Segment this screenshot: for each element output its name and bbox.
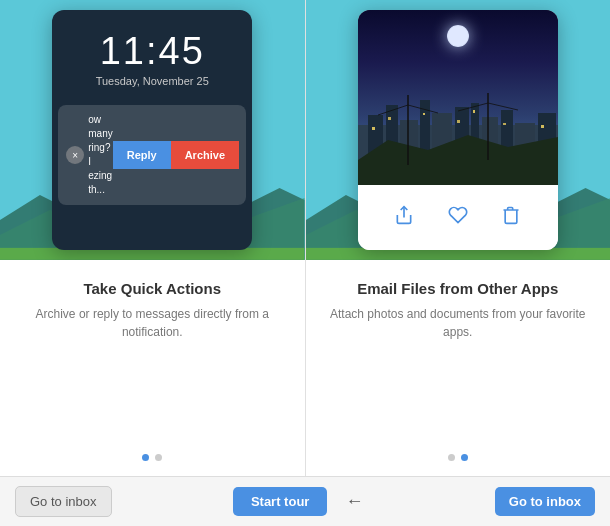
lock-date: Tuesday, November 25 [52, 75, 252, 87]
archive-button[interactable]: Archive [171, 141, 239, 169]
right-dot-2-active[interactable] [461, 454, 468, 461]
right-dots [306, 444, 611, 476]
svg-rect-20 [423, 113, 425, 115]
svg-line-31 [488, 103, 518, 110]
back-button[interactable]: ← [335, 486, 373, 517]
svg-rect-22 [473, 110, 475, 113]
left-description: Archive or reply to messages directly fr… [20, 305, 285, 341]
svg-rect-19 [388, 117, 391, 120]
notification-actions: Reply Archive [113, 141, 239, 169]
svg-rect-18 [372, 127, 375, 130]
left-panel: 11:45 Tuesday, November 25 × ow manyring… [0, 0, 306, 476]
go-to-inbox-right-button[interactable]: Go to inbox [495, 487, 595, 516]
go-to-inbox-left-button[interactable]: Go to inbox [15, 486, 112, 517]
lock-time: 11:45 [52, 30, 252, 73]
svg-rect-21 [457, 120, 460, 123]
right-info-area: Email Files from Other Apps Attach photo… [306, 260, 611, 444]
lockscreen-header: 11:45 Tuesday, November 25 [52, 10, 252, 97]
trash-icon[interactable] [501, 205, 521, 230]
bottom-bar: Go to inbox Start tour ← Go to inbox [0, 476, 610, 526]
notif-close-icon: × [66, 146, 84, 164]
dot-2[interactable] [155, 454, 162, 461]
city-silhouette [358, 85, 558, 185]
left-info-area: Take Quick Actions Archive or reply to m… [0, 260, 305, 444]
share-icon[interactable] [394, 205, 414, 230]
reply-button[interactable]: Reply [113, 141, 171, 169]
heart-icon[interactable] [448, 205, 468, 230]
dot-1-active[interactable] [142, 454, 149, 461]
svg-rect-23 [503, 123, 506, 125]
moon [447, 25, 469, 47]
left-dots [0, 444, 305, 476]
photo-phone [358, 10, 558, 250]
notification-bar: × ow manyring? Iezing th... Reply Archiv… [58, 105, 246, 205]
right-dot-1[interactable] [448, 454, 455, 461]
city-photo-area [358, 10, 558, 185]
left-title: Take Quick Actions [20, 280, 285, 297]
right-panel: Email Files from Other Apps Attach photo… [306, 0, 611, 476]
right-description: Attach photos and documents from your fa… [326, 305, 591, 341]
right-title: Email Files from Other Apps [326, 280, 591, 297]
right-phone-area [306, 0, 611, 260]
notification-text: ow manyring? Iezing th... [88, 113, 112, 197]
photo-action-bar [358, 185, 558, 250]
city-background [358, 10, 558, 185]
start-tour-button[interactable]: Start tour [233, 487, 328, 516]
lockscreen-phone: 11:45 Tuesday, November 25 × ow manyring… [52, 10, 252, 250]
bottom-center-controls: Start tour ← [233, 486, 374, 517]
svg-rect-24 [541, 125, 544, 128]
left-phone-area: 11:45 Tuesday, November 25 × ow manyring… [0, 0, 305, 260]
